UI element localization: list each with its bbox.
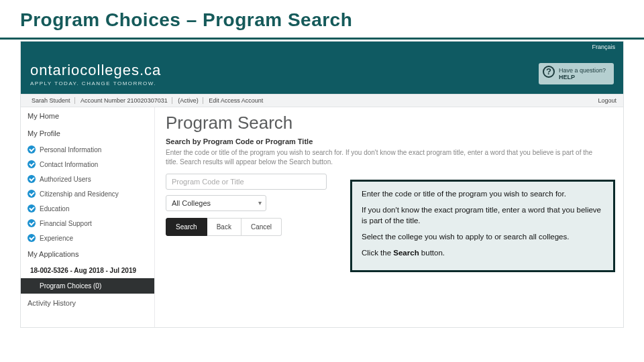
site-tagline: APPLY TODAY. CHANGE TOMORROW.	[30, 80, 161, 86]
college-select[interactable]: All Colleges	[166, 195, 266, 211]
sidebar-item-financial-support[interactable]: Financial Support	[21, 216, 154, 231]
search-button[interactable]: Search	[166, 218, 207, 236]
screenshot-frame: Français ontariocolleges.ca APPLY TODAY.…	[20, 41, 624, 328]
site-logo-text: ontariocolleges.ca	[30, 62, 161, 79]
check-icon	[28, 204, 36, 213]
sidebar-item-experience[interactable]: Experience	[21, 231, 154, 245]
check-icon	[28, 234, 36, 242]
sidebar-item-label: Education	[40, 205, 69, 213]
sidebar-my-applications[interactable]: My Applications	[21, 245, 154, 263]
callout-line: Select the college you wish to apply to …	[362, 231, 604, 242]
sidebar-item-personal-info[interactable]: Personal Information	[21, 142, 154, 157]
back-button[interactable]: Back	[207, 218, 241, 236]
brand-bar: ontariocolleges.ca APPLY TODAY. CHANGE T…	[21, 54, 623, 94]
page-title: Program Search	[166, 113, 612, 133]
callout-line: Click the Search button.	[362, 247, 604, 258]
check-icon	[28, 190, 36, 198]
lang-link-francais[interactable]: Français	[592, 44, 615, 50]
sidebar-item-label: Citizenship and Residency	[40, 190, 119, 198]
logout-link[interactable]: Logout	[598, 97, 616, 104]
sidebar-item-label: Contact Information	[40, 161, 98, 168]
slide-title: Program Choices – Program Search	[0, 0, 644, 40]
account-status: (Active)	[174, 97, 203, 104]
search-description: Enter the code or title of the program y…	[166, 148, 595, 167]
callout-line: Enter the code or title of the program y…	[362, 188, 604, 199]
sidebar-item-label: Personal Information	[40, 146, 101, 154]
sidebar-my-home[interactable]: My Home	[21, 107, 154, 125]
check-icon	[28, 219, 36, 227]
user-bar: Sarah Student Account Number 21002030703…	[21, 94, 623, 107]
help-button[interactable]: ? Have a question? HELP	[539, 63, 614, 84]
help-line2: HELP	[559, 74, 606, 80]
sidebar-item-citizenship[interactable]: Citizenship and Residency	[21, 186, 154, 201]
sidebar-item-contact-info[interactable]: Contact Information	[21, 157, 154, 172]
sidebar-activity-history[interactable]: Activity History	[21, 294, 154, 312]
sidebar-item-authorized-users[interactable]: Authorized Users	[21, 172, 154, 186]
sidebar: My Home My Profile Personal Information …	[21, 107, 155, 327]
sidebar-item-label: Financial Support	[40, 220, 92, 227]
program-code-input[interactable]: Program Code or Title	[166, 174, 327, 190]
sidebar-item-label: Experience	[40, 235, 73, 242]
sidebar-program-choices[interactable]: Program Choices (0)	[21, 278, 154, 294]
sidebar-my-profile[interactable]: My Profile	[21, 125, 154, 142]
search-subheading: Search by Program Code or Program Title	[166, 137, 612, 145]
check-icon	[28, 160, 36, 168]
account-number: Account Number 210020307031	[76, 97, 172, 104]
sidebar-item-label: Authorized Users	[40, 176, 91, 183]
check-icon	[28, 145, 36, 154]
edit-access-link[interactable]: Edit Access Account	[205, 97, 267, 104]
language-bar: Français	[21, 42, 623, 54]
cancel-button[interactable]: Cancel	[241, 218, 282, 236]
sidebar-item-education[interactable]: Education	[21, 201, 154, 216]
callout-line: If you don't know the exact program titl…	[362, 204, 604, 226]
application-number[interactable]: 18-002-5326 - Aug 2018 - Jul 2019	[21, 263, 154, 278]
help-line1: Have a question?	[559, 67, 606, 74]
instruction-callout: Enter the code or title of the program y…	[350, 180, 615, 272]
question-mark-icon: ?	[543, 66, 555, 78]
check-icon	[28, 175, 36, 183]
user-name: Sarah Student	[28, 97, 75, 104]
